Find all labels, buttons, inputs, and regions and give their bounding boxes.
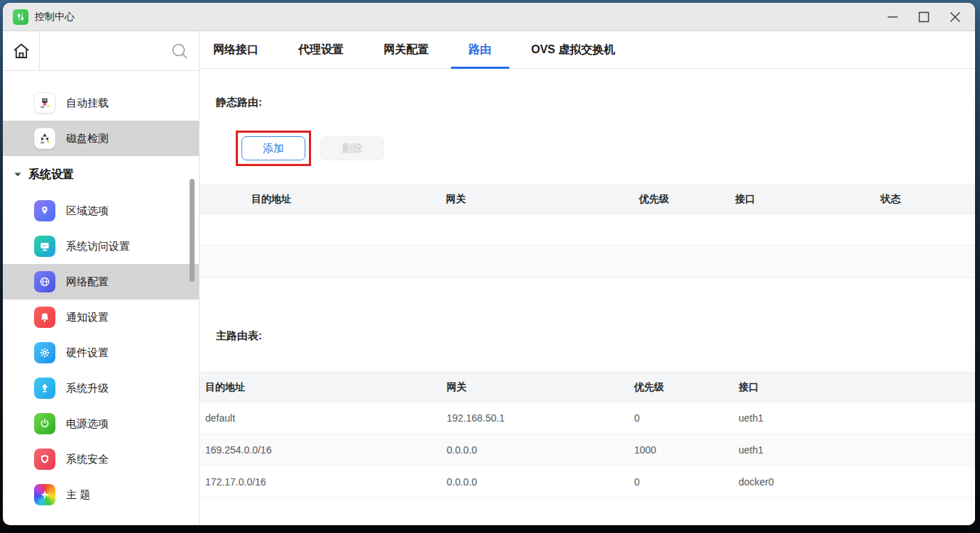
cell-gateway: 0.0.0.0 (447, 476, 634, 488)
column-gateway: 网关 (446, 193, 639, 206)
system-access-icon (34, 236, 55, 257)
sidebar-item-notification[interactable]: 通知设置 (3, 300, 199, 335)
column-status: 状态 (881, 193, 975, 206)
sidebar-item-auto-mount[interactable]: 自动挂载 (3, 85, 199, 121)
sidebar-scrollbar-thumb[interactable] (190, 179, 195, 282)
cell-priority: 1000 (634, 444, 739, 456)
cell-interface: ueth1 (739, 444, 975, 456)
sidebar-item-label: 自动挂载 (66, 97, 109, 110)
column-destination: 目的地址 (200, 381, 447, 394)
tab-gateway-config[interactable]: 网关配置 (383, 31, 429, 68)
maximize-button[interactable] (914, 7, 934, 27)
tab-network-interface[interactable]: 网络接口 (213, 31, 258, 68)
main-panel: 网络接口 代理设置 网关配置 路由 OVS 虚拟交换机 静态路由: 添加 删除 (200, 31, 975, 525)
sidebar-item-hardware[interactable]: 硬件设置 (3, 335, 199, 370)
column-interface: 接口 (739, 381, 975, 394)
sidebar-item-system-access[interactable]: 系统访问设置 (3, 229, 199, 264)
sidebar-item-label: 系统升级 (66, 382, 109, 395)
static-routes-title: 静态路由: (216, 96, 975, 109)
home-icon (11, 41, 31, 61)
cell-destination: default (200, 412, 447, 424)
main-route-table-header: 目的地址 网关 优先级 接口 (200, 372, 975, 402)
sidebar-item-label: 区域选项 (66, 204, 109, 218)
titlebar: 控制中心 (3, 3, 975, 31)
static-routes-actions: 添加 删除 (200, 131, 975, 166)
table-row: 169.254.0.0/16 0.0.0.0 1000 ueth1 (200, 434, 975, 466)
delete-route-button[interactable]: 删除 (320, 136, 384, 160)
sidebar-item-label: 系统访问设置 (66, 240, 130, 253)
sidebar-section-system-settings[interactable]: 系统设置 (3, 156, 199, 193)
close-button[interactable] (945, 7, 965, 27)
table-row-empty (200, 214, 975, 244)
sidebar-item-security[interactable]: 系统安全 (3, 441, 199, 477)
search-icon (170, 41, 190, 61)
tab-bar: 网络接口 代理设置 网关配置 路由 OVS 虚拟交换机 (200, 31, 975, 69)
notification-icon (34, 307, 55, 328)
sidebar-item-label: 磁盘检测 (66, 132, 109, 145)
column-interface: 接口 (735, 193, 881, 206)
hardware-icon (34, 342, 55, 363)
window-title: 控制中心 (35, 11, 75, 23)
sidebar-item-region[interactable]: 区域选项 (3, 193, 199, 229)
cell-gateway: 192.168.50.1 (447, 412, 634, 424)
control-center-icon (13, 9, 28, 25)
sidebar-item-label: 系统安全 (66, 453, 109, 466)
sidebar-item-label: 电源选项 (66, 417, 109, 431)
search-area[interactable] (40, 31, 199, 70)
sidebar-item-system-upgrade[interactable]: 系统升级 (3, 370, 199, 406)
sidebar-item-label: 通知设置 (66, 311, 109, 324)
auto-mount-icon (34, 92, 55, 114)
home-button[interactable] (3, 31, 40, 70)
cell-priority: 0 (634, 476, 739, 488)
column-destination: 目的地址 (251, 193, 446, 206)
table-row-empty (200, 244, 975, 278)
cell-priority: 0 (634, 412, 739, 424)
region-icon (34, 200, 55, 221)
sidebar-item-theme[interactable]: 主 题 (3, 477, 199, 512)
sidebar-section-label: 系统设置 (28, 167, 74, 182)
column-priority: 优先级 (639, 193, 735, 206)
minimize-button[interactable] (883, 7, 903, 27)
tab-proxy-settings[interactable]: 代理设置 (298, 31, 344, 68)
add-route-button[interactable]: 添加 (241, 136, 305, 160)
cell-destination: 169.254.0.0/16 (200, 444, 447, 456)
column-gateway: 网关 (447, 381, 634, 394)
table-row: 172.17.0.0/16 0.0.0.0 0 docker0 (200, 466, 975, 498)
chevron-down-icon (13, 170, 22, 179)
cell-gateway: 0.0.0.0 (447, 444, 634, 456)
theme-icon (34, 484, 55, 505)
cell-interface: ueth1 (739, 412, 975, 424)
static-routes-table-header: 目的地址 网关 优先级 接口 状态 (200, 184, 975, 214)
power-icon (34, 413, 55, 434)
control-center-window: 控制中心 (3, 3, 975, 525)
sidebar-item-power[interactable]: 电源选项 (3, 406, 199, 441)
sidebar-list: 自动挂载 磁盘检测 (3, 71, 199, 512)
cell-interface: docker0 (739, 476, 975, 488)
security-shield-icon (34, 449, 55, 470)
sidebar-item-network-config[interactable]: 网络配置 (3, 264, 199, 300)
main-route-table-title: 主路由表: (216, 329, 975, 343)
sidebar-item-label: 硬件设置 (66, 346, 109, 360)
network-config-icon (34, 271, 55, 292)
column-priority: 优先级 (634, 381, 739, 394)
table-row: default 192.168.50.1 0 ueth1 (200, 402, 975, 434)
sidebar-item-label: 主 题 (66, 488, 90, 502)
annotation-highlight-box: 添加 (236, 131, 311, 166)
system-upgrade-icon (34, 378, 55, 399)
sidebar-item-label: 网络配置 (66, 275, 109, 289)
tab-ovs-switch[interactable]: OVS 虚拟交换机 (531, 31, 615, 68)
sidebar-item-disk-check[interactable]: 磁盘检测 (3, 121, 199, 156)
cell-destination: 172.17.0.0/16 (200, 476, 447, 488)
sidebar: 自动挂载 磁盘检测 (3, 31, 200, 525)
sidebar-header (3, 31, 199, 71)
tab-routing[interactable]: 路由 (469, 31, 491, 68)
static-routes-table: 目的地址 网关 优先级 接口 状态 (200, 184, 975, 278)
routing-content: 静态路由: 添加 删除 目的地址 网关 优先级 接口 状态 (200, 69, 975, 525)
disk-check-icon (34, 128, 55, 149)
main-route-table: 目的地址 网关 优先级 接口 default 192.168.50.1 0 ue… (200, 372, 975, 498)
